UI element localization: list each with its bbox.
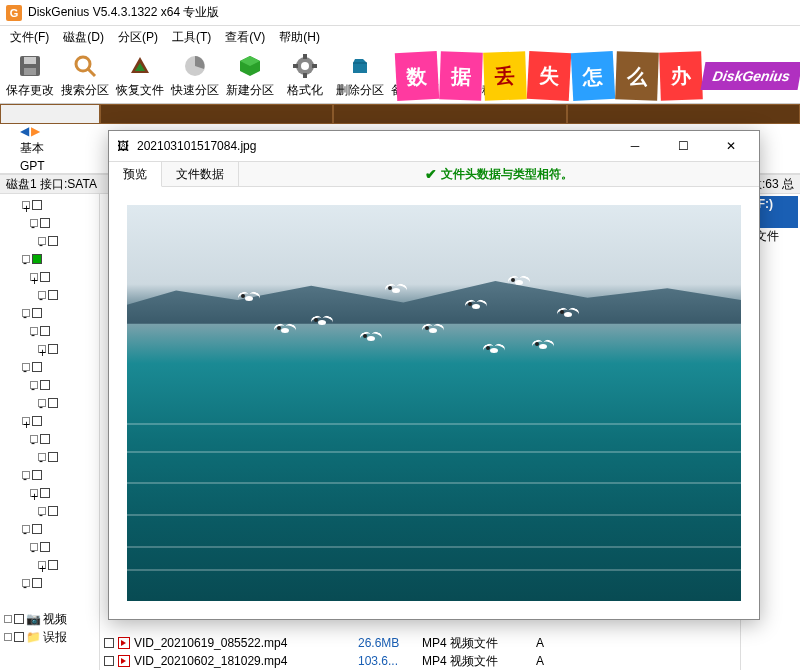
search-icon [71,52,99,80]
video-icon [118,655,130,667]
dialog-tabs: 预览 文件数据 ✔ 文件头数据与类型相符。 [109,161,759,187]
quick-partition-button[interactable]: 快速分区 [167,49,222,103]
file-list[interactable]: VID_20210619_085522.mp426.6MBMP4 视频文件A V… [100,634,740,670]
svg-rect-2 [24,68,36,75]
svg-line-4 [88,69,95,76]
menu-help[interactable]: 帮助(H) [273,27,326,48]
tree-item-misreport[interactable]: 📁误报 [4,628,67,646]
svg-rect-9 [303,73,307,78]
menu-file[interactable]: 文件(F) [4,27,55,48]
nav-arrows[interactable]: ◀ ▶ [20,124,40,138]
gear-icon [291,52,319,80]
tree-row[interactable]: - [2,214,97,232]
recover-files-button[interactable]: 恢复文件 [112,49,167,103]
preview-dialog: 🖼 202103101517084.jpg ─ ☐ ✕ 预览 文件数据 ✔ 文件… [108,130,760,620]
disk-info: 磁盘1 接口:SATA [6,176,97,193]
svg-point-3 [76,57,90,71]
menu-partition[interactable]: 分区(P) [112,27,164,48]
video-icon [118,637,130,649]
tree-row[interactable]: - [2,322,97,340]
tree-row[interactable]: + [2,556,97,574]
save-changes-button[interactable]: 保存更改 [2,49,57,103]
tree-row[interactable]: + [2,268,97,286]
ad-logo: DiskGenius [701,62,800,90]
dialog-status: ✔ 文件头数据与类型相符。 [239,166,759,183]
app-title: DiskGenius V5.4.3.1322 x64 专业版 [28,4,219,21]
tree-row[interactable]: - [2,430,97,448]
svg-rect-1 [24,57,36,64]
cubes-icon [346,52,374,80]
delete-partition-button[interactable]: 删除分区 [332,49,387,103]
tree-row[interactable]: + [2,412,97,430]
tree-panel[interactable]: +---+---+---+---+---+- 📷视频 📁误报 [0,194,100,670]
maximize-button[interactable]: ☐ [663,132,703,160]
check-icon: ✔ [425,166,437,182]
tree-row[interactable]: - [2,304,97,322]
tree-row[interactable]: + [2,484,97,502]
tree-row[interactable]: - [2,538,97,556]
tree-row[interactable]: - [2,376,97,394]
svg-rect-10 [293,64,298,68]
tree-row[interactable]: - [2,250,97,268]
toolbar: 保存更改 搜索分区 恢复文件 快速分区 新建分区 格式化 删除分区 备份分区 系… [0,48,800,104]
tab-filedata[interactable]: 文件数据 [162,162,239,187]
tree-item-video[interactable]: 📷视频 [4,610,67,628]
tree-row[interactable]: + [2,340,97,358]
svg-rect-11 [312,64,317,68]
ad-banner[interactable]: 数 据 丢 失 怎 么 办 DiskGenius [395,48,800,104]
disk-map[interactable] [0,104,800,124]
nav-gpt: GPT [20,159,45,173]
menubar: 文件(F) 磁盘(D) 分区(P) 工具(T) 查看(V) 帮助(H) [0,26,800,48]
tree-row[interactable]: - [2,466,97,484]
tree-row[interactable]: - [2,232,97,250]
tree-row[interactable]: - [2,574,97,592]
tree-row[interactable]: - [2,448,97,466]
format-button[interactable]: 格式化 [277,49,332,103]
tab-preview[interactable]: 预览 [109,162,162,187]
tree-row[interactable]: - [2,502,97,520]
new-partition-button[interactable]: 新建分区 [222,49,277,103]
tree-row[interactable]: - [2,286,97,304]
app-icon: G [6,5,22,21]
image-file-icon: 🖼 [117,139,129,153]
nav-basic: 基本 [20,140,44,157]
tree-row[interactable]: - [2,520,97,538]
file-row[interactable]: VID_20210602_181029.mp4103.6...MP4 视频文件A [100,652,740,670]
tree-row[interactable]: + [2,196,97,214]
search-partition-button[interactable]: 搜索分区 [57,49,112,103]
menu-view[interactable]: 查看(V) [219,27,271,48]
svg-rect-8 [303,54,307,59]
svg-point-7 [301,62,309,70]
file-row[interactable]: VID_20210619_085522.mp426.6MBMP4 视频文件A [100,634,740,652]
close-button[interactable]: ✕ [711,132,751,160]
disk-icon [16,52,44,80]
dialog-body [109,187,759,619]
pie-icon [181,52,209,80]
titlebar: G DiskGenius V5.4.3.1322 x64 专业版 [0,0,800,26]
dialog-filename: 202103101517084.jpg [137,139,607,153]
menu-tools[interactable]: 工具(T) [166,27,217,48]
cube-icon [236,52,264,80]
arrow-right-icon: ▶ [31,124,40,138]
dialog-titlebar[interactable]: 🖼 202103101517084.jpg ─ ☐ ✕ [109,131,759,161]
recover-icon [126,52,154,80]
arrow-left-icon: ◀ [20,124,29,138]
tree-row[interactable]: - [2,358,97,376]
minimize-button[interactable]: ─ [615,132,655,160]
menu-disk[interactable]: 磁盘(D) [57,27,110,48]
preview-image [127,205,741,601]
tree-row[interactable]: - [2,394,97,412]
